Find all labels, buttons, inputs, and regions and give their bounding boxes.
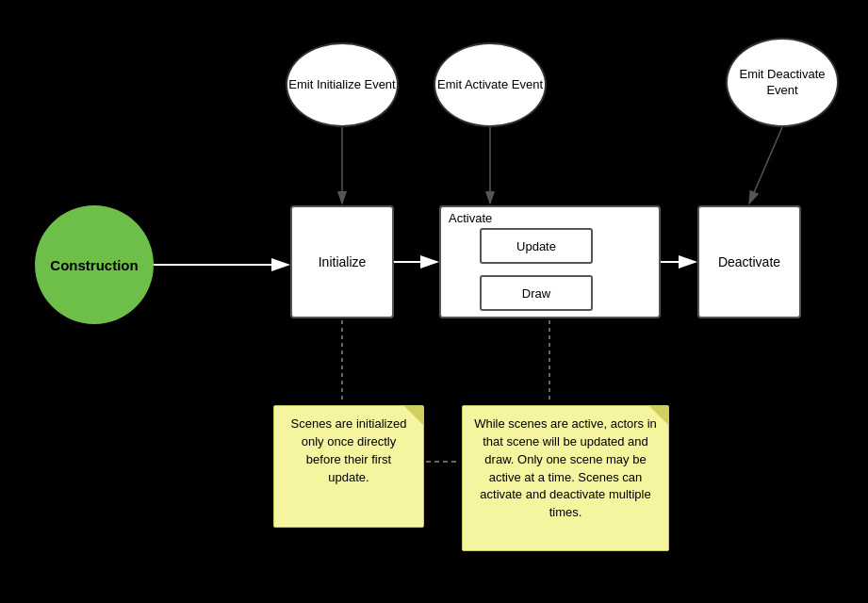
emit-deactivate-label: Emit Deactivate Event xyxy=(728,67,837,99)
initialize-note-text: Scenes are initialized only once directl… xyxy=(291,416,407,484)
deactivate-label: Deactivate xyxy=(718,254,780,269)
emit-deactivate-ellipse: Emit Deactivate Event xyxy=(726,38,839,127)
deactivate-box: Deactivate xyxy=(697,205,801,318)
draw-inner-box: Draw xyxy=(480,275,593,311)
construction-label: Construction xyxy=(50,257,138,273)
construction-circle: Construction xyxy=(35,205,154,324)
activate-outer-box: Activate Update Draw xyxy=(439,205,661,318)
emit-activate-ellipse: Emit Activate Event xyxy=(434,42,547,127)
initialize-note: Scenes are initialized only once directl… xyxy=(273,405,424,528)
activate-note-text: While scenes are active, actors in that … xyxy=(474,416,657,519)
activate-note: While scenes are active, actors in that … xyxy=(462,405,669,551)
update-inner-box: Update xyxy=(480,228,593,264)
emit-activate-label: Emit Activate Event xyxy=(437,77,543,93)
emit-initialize-label: Emit Initialize Event xyxy=(288,77,395,93)
emit-initialize-ellipse: Emit Initialize Event xyxy=(286,42,399,127)
draw-label: Draw xyxy=(522,286,550,301)
initialize-box: Initialize xyxy=(290,205,394,318)
update-label: Update xyxy=(516,239,556,253)
diagram-container: Emit Initialize Event Emit Activate Even… xyxy=(0,0,868,603)
svg-line-8 xyxy=(749,127,782,204)
activate-label: Activate xyxy=(449,211,492,225)
initialize-label: Initialize xyxy=(319,254,367,269)
